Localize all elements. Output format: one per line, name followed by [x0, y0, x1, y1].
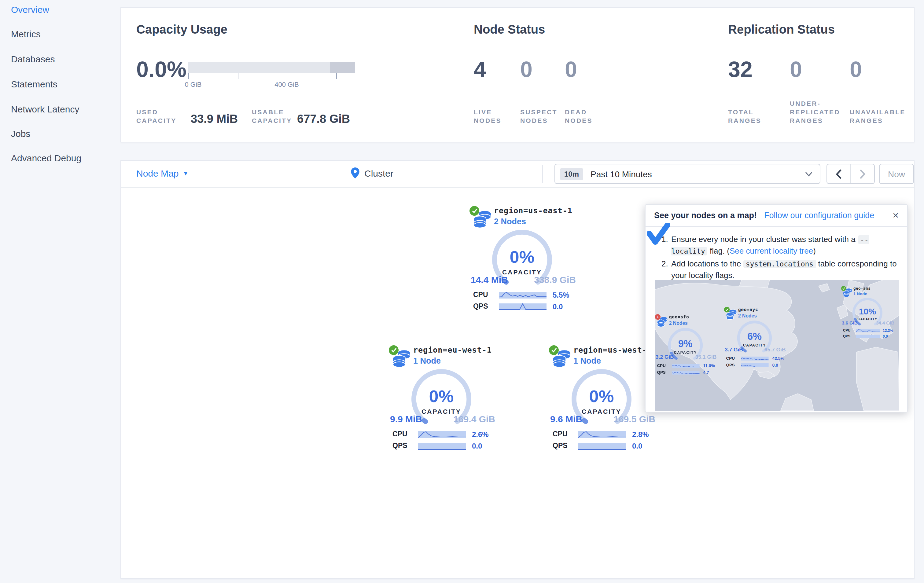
region-used-capacity: 14.4 MiB: [471, 274, 508, 285]
qps-sparkline: [578, 441, 626, 451]
region-nodes-link[interactable]: 1 Node: [853, 292, 867, 296]
region-group-us-east-1[interactable]: region=us-east-1 2 Nodes 0% CAPACITY 14.…: [467, 206, 577, 316]
status-ok-icon: [389, 345, 399, 355]
cpu-label: CPU: [726, 356, 735, 360]
chevron-left-icon: [836, 169, 842, 179]
node-status-title: Node Status: [474, 23, 545, 37]
sidebar-item-network-latency[interactable]: Network Latency: [11, 104, 79, 114]
node-map-card: Node Map▼ Cluster 10m Past 10 Minutes: [120, 160, 914, 579]
qps-metric-row: QPS 0.0: [553, 441, 655, 451]
capacity-bar: [188, 63, 355, 73]
region-nodes-link[interactable]: 2 Nodes: [669, 321, 688, 326]
region-nodes-link[interactable]: 2 Nodes: [738, 313, 757, 318]
breadcrumb[interactable]: Cluster: [351, 168, 393, 178]
step-done-check-icon: [647, 223, 670, 245]
used-capacity-label: USED CAPACITY: [136, 107, 174, 125]
cpu-metric-row: CPU 42.5%: [726, 356, 786, 361]
region-used-capacity: 3.6 GiB: [842, 320, 858, 325]
qps-value: 0.0: [472, 442, 482, 450]
live-nodes-label: LIVE NODES: [474, 107, 509, 125]
status-ok-icon: [841, 286, 846, 291]
region-used-capacity: 3.7 GiB: [725, 346, 743, 352]
capacity-tick: [287, 73, 287, 79]
sidebar-item-overview[interactable]: Overview: [11, 4, 49, 15]
cpu-value: 11.0%: [703, 363, 715, 368]
region-total-capacity: 65.7 GiB: [764, 346, 786, 352]
gauge-capacity-label: CAPACITY: [674, 350, 697, 354]
capacity-tick-label: 0 GiB: [185, 81, 201, 88]
nodes-on-map-popover: See your nodes on a map! Follow our conf…: [645, 204, 908, 412]
unavailable-count: 0: [850, 57, 862, 82]
region-total-capacity: 35.1 GiB: [695, 354, 717, 360]
chevron-right-icon: [860, 169, 866, 179]
step-1-text: Ensure every node in your cluster was st…: [671, 234, 898, 257]
cpu-label: CPU: [473, 291, 488, 298]
capacity-percent: 0.0%: [136, 57, 186, 82]
time-step-forward-button[interactable]: [850, 165, 874, 183]
popover-title: See your nodes on a map!: [654, 211, 757, 220]
region-name: region=eu-west-1: [413, 345, 492, 354]
step-1: 1. Ensure every node in your cluster was…: [662, 234, 898, 257]
view-selector[interactable]: Node Map▼: [136, 168, 188, 178]
region-group-eu-west-1[interactable]: region=eu-west-1 1 Node 0% CAPACITY 9.9 …: [386, 345, 497, 455]
qps-sparkline: [741, 362, 769, 368]
time-step-buttons: [827, 164, 875, 184]
toolbar-divider: [542, 165, 543, 183]
gauge-percent: 9%: [678, 339, 693, 349]
capacity-usage-title: Capacity Usage: [136, 23, 228, 37]
now-button[interactable]: Now: [879, 164, 914, 184]
sidebar-item-metrics[interactable]: Metrics: [11, 29, 41, 39]
cpu-label: CPU: [843, 328, 850, 332]
sidebar-item-databases[interactable]: Databases: [11, 54, 55, 64]
chevron-down-icon: [805, 171, 812, 176]
time-range-value: Past 10 Minutes: [591, 169, 805, 179]
close-icon[interactable]: ×: [893, 210, 899, 221]
gauge-percent: 6%: [747, 331, 762, 341]
live-nodes-count: 4: [474, 57, 486, 82]
popover-steps: 1. Ensure every node in your cluster was…: [645, 227, 907, 282]
step-2-number: 2.: [662, 258, 671, 281]
qps-metric-row: QPS 0.0: [843, 334, 894, 339]
region-name: region=us-east-1: [494, 206, 573, 215]
suspect-nodes-label: SUSPECT NODES: [520, 107, 563, 125]
qps-value: 0.0: [553, 303, 563, 311]
cluster-overview-page: Overview Metrics Databases Statements Ne…: [0, 0, 924, 583]
region-total-capacity: 169.5 GiB: [614, 414, 655, 424]
qps-label: QPS: [473, 303, 488, 310]
qps-sparkline: [418, 441, 466, 451]
usable-capacity-label: USABLE CAPACITY: [252, 107, 295, 125]
region-nodes-link[interactable]: 1 Node: [573, 356, 601, 366]
total-ranges-label: TOTAL RANGES: [728, 107, 765, 125]
qps-metric-row: QPS 0.0: [726, 362, 786, 368]
cpu-label: CPU: [657, 363, 666, 367]
step-2-text: Add locations to the system.locations ta…: [671, 258, 898, 281]
capacity-tick: [336, 73, 337, 79]
unavailable-label: UNAVAILABLE RANGES: [850, 107, 906, 125]
cpu-value: 2.8%: [632, 430, 649, 439]
gauge-capacity-label: CAPACITY: [858, 317, 878, 321]
sidebar: Overview Metrics Databases Statements Ne…: [0, 0, 120, 583]
system-locations-code: system.locations: [743, 259, 816, 268]
time-range-dropdown[interactable]: 10m Past 10 Minutes: [554, 164, 820, 184]
sidebar-item-advanced-debug[interactable]: Advanced Debug: [11, 153, 81, 163]
locality-tree-link[interactable]: See current locality tree: [729, 246, 813, 255]
under-replicated-count: 0: [790, 57, 802, 82]
region-group-us-west-1[interactable]: region=us-west-1 1 Node 0% CAPACITY 9.6 …: [546, 345, 657, 455]
region-nodes-link[interactable]: 2 Nodes: [494, 217, 526, 226]
cpu-sparkline: [672, 363, 700, 369]
suspect-nodes-count: 0: [520, 57, 533, 82]
cpu-metric-row: CPU 11.0%: [657, 363, 717, 369]
cpu-metric-row: CPU 2.8%: [553, 430, 655, 440]
configuration-guide-link[interactable]: Follow our configuration guide: [764, 211, 874, 220]
sidebar-item-jobs[interactable]: Jobs: [11, 128, 30, 139]
dead-nodes-label: DEAD NODES: [565, 107, 600, 125]
sidebar-item-statements[interactable]: Statements: [11, 79, 58, 89]
cpu-metric-row: CPU 5.5%: [473, 290, 576, 300]
node-map-canvas: region=us-east-1 2 Nodes 0% CAPACITY 14.…: [121, 188, 914, 578]
total-ranges-count: 32: [728, 57, 752, 82]
gauge-capacity-label: CAPACITY: [743, 343, 766, 347]
time-step-back-button[interactable]: [827, 165, 850, 183]
status-ok-icon: [724, 307, 730, 313]
region-nodes-link[interactable]: 1 Node: [413, 356, 441, 366]
qps-value: 0.0: [772, 363, 778, 367]
